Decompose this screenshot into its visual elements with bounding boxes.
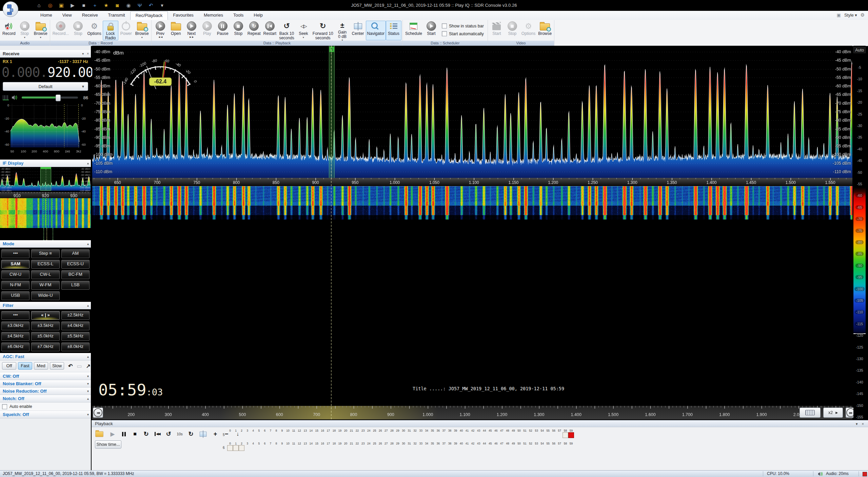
stop-button[interactable]: Stop <box>70 21 86 40</box>
stop-button[interactable]: Stop <box>505 21 520 40</box>
stop-icon[interactable]: ■ <box>81 2 87 9</box>
recording-cell-current[interactable] <box>568 432 574 438</box>
open-folder-button[interactable] <box>94 431 104 438</box>
tab-transmit[interactable]: Transmit <box>103 11 130 20</box>
channel-marker-badge[interactable]: 1 <box>329 46 334 52</box>
style-button[interactable]: Style ▾ <box>844 13 857 18</box>
recording-cell[interactable] <box>239 445 244 451</box>
noise-reduction-off-header[interactable]: Noise Reduction: Off▾ <box>0 388 91 395</box>
cw-off-header[interactable]: CW: Off▾ <box>0 373 91 380</box>
checkbox-box[interactable] <box>442 23 447 28</box>
if-spectrum-canvas[interactable] <box>0 167 91 191</box>
collapse-icon[interactable]: ▴ <box>87 160 89 166</box>
mode-usb[interactable]: USB <box>1 291 29 300</box>
main-spectrum-display[interactable]: dBm-140-120-100-80-60-40-200-62.4 1 -40 … <box>92 46 852 178</box>
add-icon[interactable]: + <box>92 2 98 9</box>
prev-button[interactable]: Prev◄◄ <box>153 21 168 40</box>
panel-collapse-icon[interactable]: ▾ <box>82 50 84 57</box>
audio-spectrum-canvas[interactable] <box>11 104 80 147</box>
mode-item[interactable]: ••• <box>1 249 29 258</box>
filter-4-0khz[interactable]: ±4.0kHz <box>61 322 90 330</box>
mode-header[interactable]: Mode ▴ <box>0 240 91 248</box>
agc-preset-icon[interactable]: ▭ <box>77 363 82 369</box>
squelch-header[interactable]: Squelch: Off▾ <box>0 411 91 418</box>
antenna-icon[interactable]: Ψ <box>137 2 143 9</box>
settings-gear-icon[interactable]: ⚙ <box>860 12 865 18</box>
collapse-icon[interactable]: ▴ <box>87 353 89 360</box>
mode-sam[interactable]: SAM <box>1 260 29 269</box>
home-icon[interactable]: ⌂ <box>36 2 42 9</box>
pause-button[interactable]: Pause <box>215 21 231 40</box>
filter-6-0khz[interactable]: ±6.0kHz <box>1 343 29 351</box>
mode-cw-u[interactable]: CW-U <box>1 270 29 279</box>
favourite-icon[interactable]: ★ <box>103 2 109 9</box>
browse-button[interactable]: Browse▾ <box>33 21 49 40</box>
mode-am[interactable]: AM <box>61 249 90 258</box>
filter-header[interactable]: Filter ▴ <box>0 302 91 309</box>
browse-button[interactable]: Browse▾ <box>134 21 150 40</box>
gain-0-db-button[interactable]: ±Gain 0 dB▾ <box>335 21 350 40</box>
pause-button[interactable] <box>121 432 127 436</box>
keyboard-entry-button[interactable] <box>800 408 821 418</box>
mode-ecss-u[interactable]: ECSS-U <box>61 260 90 269</box>
record-button[interactable]: Record... <box>51 21 71 40</box>
skip-start-button[interactable]: ◀◀ <box>154 432 160 436</box>
notch-off-header[interactable]: Notch: Off▴ <box>0 395 91 402</box>
frequency-display[interactable]: 0.000.920.000 <box>2 64 89 81</box>
filter-2-5khz[interactable]: ±2.5kHz <box>61 311 90 320</box>
agc-slow-button[interactable]: Slow <box>50 362 64 370</box>
power-button[interactable]: Power <box>118 21 134 40</box>
collapse-icon[interactable]: ▾ <box>87 380 89 387</box>
filter-3-0khz[interactable]: ±3.0kHz <box>1 322 29 330</box>
filter-8-0khz[interactable]: ±8.0kHz <box>61 343 90 351</box>
if-frequency-ruler[interactable] <box>0 192 91 198</box>
agc-undo-icon[interactable]: ↶ <box>68 363 73 369</box>
filter-item[interactable]: « | » <box>31 311 59 320</box>
preset-dropdown[interactable]: Default▼ <box>3 82 88 91</box>
volume-slider[interactable] <box>22 97 78 99</box>
mode-ecss-l[interactable]: ECSS-L <box>31 260 59 269</box>
options-button[interactable]: ⚙Options <box>86 21 102 40</box>
auto-enable-checkbox[interactable] <box>2 404 7 409</box>
stop-button[interactable]: ■ <box>132 431 138 437</box>
tab-help[interactable]: Help <box>249 11 268 20</box>
record-button[interactable]: Record <box>1 21 17 40</box>
collapse-icon[interactable]: ▾ <box>87 373 89 379</box>
tab-receive[interactable]: Receive <box>77 11 103 20</box>
agc-med-button[interactable]: Med <box>34 362 48 370</box>
open-button[interactable]: Open <box>168 21 184 40</box>
filter-4-5khz[interactable]: ±4.5kHz <box>1 332 29 341</box>
filter-item[interactable]: ••• <box>1 311 29 320</box>
collapse-icon[interactable]: ▴ <box>87 395 89 402</box>
back-10-seconds-button[interactable]: ↺Back 10 seconds <box>278 21 296 40</box>
panel-close-icon[interactable]: × <box>87 50 89 57</box>
snapshot-icon[interactable]: ◉ <box>125 2 132 9</box>
recording-cell[interactable] <box>227 445 233 451</box>
options-button[interactable]: ⚙Options <box>520 21 537 40</box>
play-button[interactable]: Play <box>199 21 215 40</box>
collapse-icon[interactable]: ▾ <box>87 411 89 418</box>
panel-collapse-icon[interactable]: ▾ <box>856 420 858 427</box>
agc-header[interactable]: AGC: Fast ▴ <box>0 353 91 360</box>
center-button[interactable]: Center <box>350 21 366 40</box>
mode-n-fm[interactable]: N-FM <box>1 281 29 290</box>
mode-lsb[interactable]: LSB <box>61 281 90 290</box>
stop-button[interactable]: Stop <box>231 21 246 40</box>
show-time-button[interactable]: Show time... <box>95 440 121 449</box>
spectrum-frequency-ruler[interactable] <box>92 178 852 185</box>
help-icon[interactable]: ◎ <box>47 2 53 9</box>
recording-cell[interactable] <box>233 445 239 451</box>
tab-tools[interactable]: Tools <box>228 11 249 20</box>
tab-memories[interactable]: Memories <box>199 11 228 20</box>
auto-scale-button[interactable]: Auto <box>853 47 866 53</box>
tab-rec-playback[interactable]: Rec/Playback <box>130 11 168 20</box>
filter-5-0khz[interactable]: ±5.0kHz <box>31 332 59 341</box>
mode-bc-fm[interactable]: BC-FM <box>61 270 90 279</box>
agc-off-button[interactable]: Off <box>2 362 16 370</box>
center-button[interactable] <box>199 431 207 437</box>
status-button[interactable]: Status <box>386 21 401 40</box>
repeat-button[interactable]: ↻ <box>143 430 149 438</box>
play-icon[interactable]: ▶ <box>70 2 76 9</box>
speaker-icon[interactable] <box>12 95 18 100</box>
show-in-status-bar-checkbox[interactable]: Show in status bar <box>442 23 484 28</box>
